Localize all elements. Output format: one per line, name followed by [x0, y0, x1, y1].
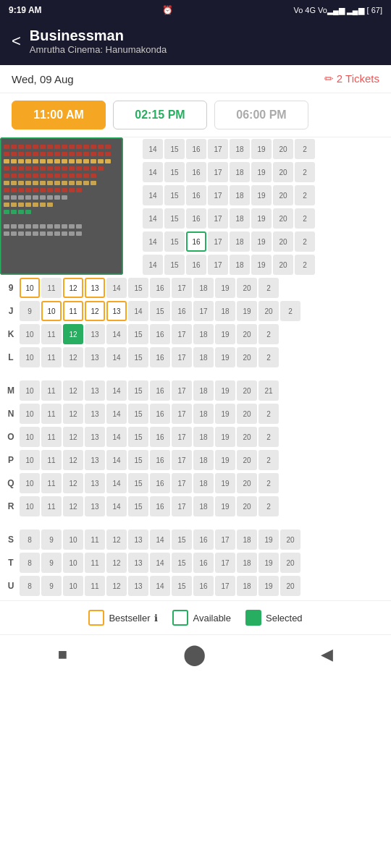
- seat[interactable]: 19: [258, 529, 279, 550]
- seat[interactable]: 13: [128, 553, 148, 573]
- seat[interactable]: 17: [172, 404, 192, 424]
- seat[interactable]: 18: [193, 324, 214, 344]
- seat[interactable]: 20: [273, 185, 293, 205]
- seat[interactable]: 16: [150, 404, 170, 424]
- seat[interactable]: 10: [20, 324, 40, 344]
- info-icon[interactable]: ℹ: [154, 613, 158, 624]
- seat[interactable]: 19: [215, 324, 235, 344]
- nav-stop-button[interactable]: ■: [58, 645, 67, 664]
- seat[interactable]: 8: [20, 576, 40, 596]
- seat[interactable]: 19: [215, 473, 235, 493]
- seat[interactable]: 18: [230, 231, 250, 252]
- seat[interactable]: 16: [150, 496, 170, 516]
- seat[interactable]: 14: [143, 185, 163, 205]
- seat[interactable]: 14: [150, 529, 170, 550]
- seat[interactable]: 19: [215, 496, 235, 516]
- seat[interactable]: 11: [41, 380, 62, 401]
- seat[interactable]: 2: [258, 450, 279, 470]
- seat[interactable]: 17: [193, 301, 214, 321]
- seat[interactable]: 15: [128, 496, 148, 516]
- seat[interactable]: 18: [230, 139, 250, 159]
- seat[interactable]: 19: [258, 576, 279, 596]
- seat[interactable]: 15: [128, 473, 148, 493]
- seat[interactable]: 19: [251, 255, 272, 275]
- seat[interactable]: 17: [208, 231, 228, 252]
- seat[interactable]: 14: [106, 473, 127, 493]
- seat[interactable]: 11: [63, 301, 83, 321]
- seat[interactable]: 17: [215, 553, 235, 573]
- seat[interactable]: 16: [150, 427, 170, 447]
- seat[interactable]: 18: [215, 301, 235, 321]
- seat[interactable]: 13: [85, 427, 105, 447]
- seat[interactable]: 2: [258, 496, 279, 516]
- seat[interactable]: 10: [41, 301, 62, 321]
- seat[interactable]: 14: [106, 347, 127, 367]
- seat[interactable]: 20: [237, 380, 257, 401]
- seat[interactable]: 2: [280, 301, 300, 321]
- seat[interactable]: 14: [143, 139, 163, 159]
- seat[interactable]: 12: [106, 576, 127, 596]
- seat[interactable]: 20: [280, 529, 300, 550]
- seat[interactable]: 15: [164, 139, 185, 159]
- seat[interactable]: 9: [41, 553, 62, 573]
- seat[interactable]: 19: [251, 162, 272, 182]
- seat[interactable]: 10: [20, 380, 40, 401]
- seat[interactable]: 19: [215, 347, 235, 367]
- seat[interactable]: 14: [106, 278, 127, 298]
- seat[interactable]: 13: [85, 347, 105, 367]
- seat[interactable]: 18: [193, 347, 214, 367]
- seat[interactable]: 14: [143, 231, 163, 252]
- seat[interactable]: 12: [63, 380, 83, 401]
- seat[interactable]: 16: [186, 139, 206, 159]
- seat[interactable]: 18: [230, 185, 250, 205]
- seat[interactable]: 16: [193, 529, 214, 550]
- seat[interactable]: 10: [20, 404, 40, 424]
- seat[interactable]: 2: [295, 139, 315, 159]
- seat[interactable]: 14: [106, 324, 127, 344]
- seat[interactable]: 20: [237, 404, 257, 424]
- seat[interactable]: 11: [85, 553, 105, 573]
- seat[interactable]: 10: [63, 553, 83, 573]
- seat[interactable]: 17: [208, 255, 228, 275]
- seat[interactable]: 16: [150, 278, 170, 298]
- seat[interactable]: 14: [106, 496, 127, 516]
- seat[interactable]: 20: [273, 231, 293, 252]
- seat[interactable]: 18: [193, 278, 214, 298]
- seat[interactable]: 11: [85, 576, 105, 596]
- seat[interactable]: 15: [128, 347, 148, 367]
- seat[interactable]: 14: [106, 380, 127, 401]
- seat[interactable]: 10: [20, 427, 40, 447]
- seat[interactable]: 17: [172, 450, 192, 470]
- seat[interactable]: 12: [63, 496, 83, 516]
- seat[interactable]: 16: [150, 450, 170, 470]
- seat-16-selected[interactable]: 16: [186, 231, 206, 252]
- seat[interactable]: 15: [128, 404, 148, 424]
- seat[interactable]: 11: [41, 450, 62, 470]
- seat[interactable]: 14: [150, 576, 170, 596]
- seat[interactable]: 20: [237, 427, 257, 447]
- seat[interactable]: 18: [193, 496, 214, 516]
- nav-home-button[interactable]: ⬤: [183, 642, 206, 666]
- seat[interactable]: 10: [20, 278, 40, 298]
- seat[interactable]: 17: [172, 278, 192, 298]
- seat[interactable]: 18: [237, 553, 257, 573]
- seat[interactable]: 16: [186, 255, 206, 275]
- seat[interactable]: 20: [237, 473, 257, 493]
- seat[interactable]: 16: [150, 347, 170, 367]
- seat[interactable]: 17: [172, 347, 192, 367]
- seat[interactable]: 12: [63, 473, 83, 493]
- seat[interactable]: 17: [172, 473, 192, 493]
- seat[interactable]: 10: [20, 347, 40, 367]
- seat[interactable]: 19: [215, 278, 235, 298]
- seat[interactable]: 15: [150, 301, 170, 321]
- seat[interactable]: 10: [20, 450, 40, 470]
- seat[interactable]: 19: [251, 208, 272, 229]
- seat[interactable]: 11: [85, 529, 105, 550]
- seat[interactable]: 20: [273, 162, 293, 182]
- seat[interactable]: 21: [258, 380, 279, 401]
- seat[interactable]: 20: [237, 450, 257, 470]
- seat[interactable]: 19: [251, 231, 272, 252]
- seat[interactable]: 2: [258, 404, 279, 424]
- seat[interactable]: 16: [150, 473, 170, 493]
- seat[interactable]: 20: [258, 301, 279, 321]
